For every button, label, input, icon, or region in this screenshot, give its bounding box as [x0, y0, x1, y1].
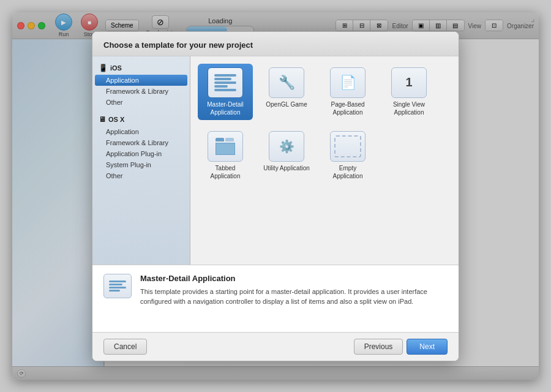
- template-row-1: Master-Detail Application 🔧 OpenGL Game: [198, 64, 451, 120]
- template-utility[interactable]: ⚙️ Utility Application: [259, 127, 314, 176]
- template-page-based-label: Page-Based Application: [324, 100, 372, 116]
- utility-icon-box: ⚙️: [269, 131, 304, 162]
- ios-framework-item[interactable]: Framework & Library: [92, 86, 190, 97]
- template-dialog: Choose a template for your new project 📱…: [92, 31, 459, 361]
- ios-icon: 📱: [99, 64, 108, 72]
- dialog-footer: Cancel Previous Next: [92, 332, 459, 361]
- ios-other-item[interactable]: Other: [92, 97, 190, 108]
- navigation-buttons: Previous Next: [354, 339, 448, 355]
- ios-category-header: 📱 iOS: [92, 61, 190, 75]
- osx-icon: 🖥: [99, 115, 106, 124]
- template-master-detail[interactable]: Master-Detail Application: [198, 64, 253, 120]
- category-sidebar: 📱 iOS Application Framework & Library Ot…: [92, 56, 190, 265]
- description-title: Master-Detail Application: [140, 274, 448, 283]
- template-single-view[interactable]: 1 Single View Application: [381, 64, 437, 120]
- dialog-title: Choose a template for your new project: [103, 40, 253, 50]
- dialog-body: 📱 iOS Application Framework & Library Ot…: [92, 56, 459, 265]
- opengl-icon-box: 🔧: [269, 67, 304, 98]
- description-text: Master-Detail Application This template …: [140, 274, 448, 323]
- tabbed-icon-box: [208, 131, 243, 162]
- dialog-header: Choose a template for your new project: [92, 32, 459, 56]
- single-view-icon: 1: [405, 75, 412, 89]
- template-single-view-label: Single View Application: [385, 100, 433, 116]
- template-page-based[interactable]: 📄 Page-Based Application: [320, 64, 375, 120]
- ios-application-item[interactable]: Application: [95, 75, 187, 86]
- description-body: This template provides a starting point …: [140, 287, 448, 307]
- single-view-icon-box: 1: [391, 67, 427, 98]
- template-tabbed-label: Tabbed Application: [201, 164, 249, 180]
- osx-plugin-item[interactable]: Application Plug-in: [92, 148, 190, 159]
- main-window: ▶ Run ■ Stop Scheme ⊘ Breakpoints Loadin…: [12, 12, 539, 380]
- next-button[interactable]: Next: [407, 339, 448, 355]
- utility-icon: ⚙️: [279, 139, 294, 154]
- description-panel: Master-Detail Application This template …: [92, 265, 459, 332]
- page-based-icon: 📄: [340, 75, 356, 91]
- template-empty-label: Empty Application: [324, 164, 372, 180]
- osx-system-plugin-item[interactable]: System Plug-in: [92, 159, 190, 170]
- osx-framework-item[interactable]: Framework & Library: [92, 137, 190, 148]
- osx-label: OS X: [108, 116, 124, 123]
- empty-icon: [334, 135, 361, 157]
- main-content: Choose a template for your new project 📱…: [12, 39, 539, 366]
- opengl-icon: 🔧: [279, 75, 295, 91]
- desc-icon-box: [103, 274, 132, 298]
- template-empty[interactable]: Empty Application: [320, 127, 375, 184]
- template-utility-label: Utility Application: [263, 164, 310, 172]
- osx-other-item[interactable]: Other: [92, 170, 190, 181]
- previous-button[interactable]: Previous: [354, 339, 403, 355]
- dialog-overlay: Choose a template for your new project 📱…: [12, 12, 539, 380]
- cancel-button[interactable]: Cancel: [103, 339, 147, 355]
- template-opengl-label: OpenGL Game: [266, 100, 307, 108]
- template-row-2: Tabbed Application ⚙️ Utility Applicatio…: [198, 127, 451, 184]
- tabbed-icon: [216, 138, 235, 155]
- template-grid: Master-Detail Application 🔧 OpenGL Game: [190, 56, 459, 265]
- empty-icon-box: [330, 131, 365, 162]
- ios-label: iOS: [110, 64, 122, 72]
- template-master-detail-label: Master-Detail Application: [201, 100, 249, 116]
- osx-category-header: 🖥 OS X: [92, 113, 190, 126]
- osx-application-item[interactable]: Application: [92, 126, 190, 137]
- master-detail-icon: [212, 72, 239, 94]
- template-tabbed[interactable]: Tabbed Application: [198, 127, 253, 184]
- master-detail-icon-box: [208, 67, 243, 98]
- page-based-icon-box: 📄: [330, 67, 365, 98]
- template-opengl[interactable]: 🔧 OpenGL Game: [259, 64, 314, 112]
